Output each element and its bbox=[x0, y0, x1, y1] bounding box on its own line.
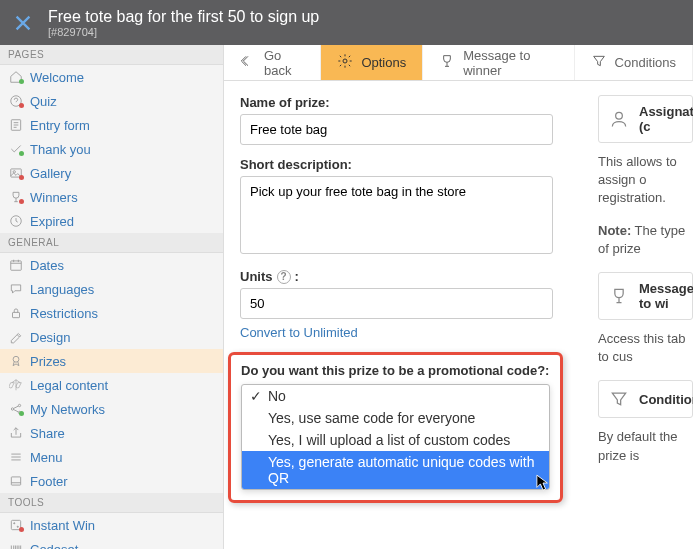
promo-opt-qr[interactable]: Yes, generate automatic unique codes wit… bbox=[242, 451, 549, 489]
network-icon bbox=[8, 401, 24, 417]
page-title: Free tote bag for the first 50 to sign u… bbox=[48, 8, 319, 26]
svg-point-17 bbox=[343, 59, 347, 63]
nav-winners[interactable]: Winners bbox=[0, 185, 223, 209]
share-icon bbox=[8, 425, 24, 441]
msg-text: Access this tab to cus bbox=[598, 330, 693, 366]
help-icon[interactable]: ? bbox=[277, 270, 291, 284]
svg-point-13 bbox=[14, 523, 15, 524]
expired-icon bbox=[8, 213, 24, 229]
footer-icon bbox=[8, 473, 24, 489]
trophy-icon bbox=[439, 53, 455, 72]
svg-point-14 bbox=[17, 526, 18, 527]
note-text: Note: The type of prize bbox=[598, 222, 693, 258]
home-icon bbox=[8, 69, 24, 85]
nav-expired[interactable]: Expired bbox=[0, 209, 223, 233]
nav-dates[interactable]: Dates bbox=[0, 253, 223, 277]
nav-thankyou[interactable]: Thank you bbox=[0, 137, 223, 161]
filter-icon bbox=[591, 53, 607, 72]
barcode-icon bbox=[8, 541, 24, 549]
promo-opt-no[interactable]: No bbox=[242, 385, 549, 407]
section-tools: TOOLS bbox=[0, 493, 223, 513]
units-label: Units?: bbox=[240, 269, 568, 284]
assign-box[interactable]: Assignation (c bbox=[598, 95, 693, 143]
nav-gallery[interactable]: Gallery bbox=[0, 161, 223, 185]
nav-instantwin[interactable]: Instant Win bbox=[0, 513, 223, 537]
tab-back[interactable]: Go back bbox=[224, 45, 321, 80]
gear-icon bbox=[337, 53, 353, 72]
svg-rect-11 bbox=[11, 477, 20, 485]
nav-quiz[interactable]: Quiz bbox=[0, 89, 223, 113]
trophy-icon bbox=[8, 189, 24, 205]
name-label: Name of prize: bbox=[240, 95, 568, 110]
calendar-icon bbox=[8, 257, 24, 273]
svg-point-9 bbox=[18, 404, 20, 406]
page-id: [#829704] bbox=[48, 26, 319, 38]
nav-menu[interactable]: Menu bbox=[0, 445, 223, 469]
cond-box[interactable]: Conditions bbox=[598, 380, 693, 418]
section-general: GENERAL bbox=[0, 233, 223, 253]
promo-opt-upload[interactable]: Yes, I will upload a list of custom code… bbox=[242, 429, 549, 451]
promo-dropdown[interactable]: No Yes, use same code for everyone Yes, … bbox=[241, 384, 550, 490]
user-icon bbox=[609, 109, 629, 129]
lock-icon bbox=[8, 305, 24, 321]
nav-languages[interactable]: Languages bbox=[0, 277, 223, 301]
trophy-icon bbox=[609, 286, 629, 306]
nav-welcome[interactable]: Welcome bbox=[0, 65, 223, 89]
prize-icon bbox=[8, 353, 24, 369]
menu-icon bbox=[8, 449, 24, 465]
nav-networks[interactable]: My Networks bbox=[0, 397, 223, 421]
design-icon bbox=[8, 329, 24, 345]
filter-icon bbox=[609, 389, 629, 409]
desc-input[interactable] bbox=[240, 176, 553, 254]
nav-codeset[interactable]: Codeset bbox=[0, 537, 223, 549]
svg-point-8 bbox=[11, 408, 13, 410]
name-input[interactable] bbox=[240, 114, 553, 145]
nav-footer[interactable]: Footer bbox=[0, 469, 223, 493]
form-icon bbox=[8, 117, 24, 133]
chat-icon bbox=[8, 281, 24, 297]
nav-restrictions[interactable]: Restrictions bbox=[0, 301, 223, 325]
desc-label: Short description: bbox=[240, 157, 568, 172]
gallery-icon bbox=[8, 165, 24, 181]
nav-legal[interactable]: Legal content bbox=[0, 373, 223, 397]
units-input[interactable] bbox=[240, 288, 553, 319]
section-pages: PAGES bbox=[0, 45, 223, 65]
promo-label: Do you want this prize to be a promotion… bbox=[241, 363, 550, 378]
nav-share[interactable]: Share bbox=[0, 421, 223, 445]
svg-rect-5 bbox=[11, 261, 22, 270]
cursor-icon bbox=[536, 474, 550, 492]
svg-point-18 bbox=[616, 112, 623, 119]
close-button[interactable] bbox=[8, 8, 38, 38]
back-icon bbox=[240, 53, 256, 72]
nav-prizes[interactable]: Prizes bbox=[0, 349, 223, 373]
thanks-icon bbox=[8, 141, 24, 157]
quiz-icon bbox=[8, 93, 24, 109]
promo-highlight: Do you want this prize to be a promotion… bbox=[228, 352, 563, 503]
nav-entry[interactable]: Entry form bbox=[0, 113, 223, 137]
convert-link[interactable]: Convert to Unlimited bbox=[240, 325, 568, 340]
msg-box[interactable]: Message to wi bbox=[598, 272, 693, 320]
legal-icon bbox=[8, 377, 24, 393]
cond-text: By default the prize is bbox=[598, 428, 693, 464]
tab-conditions[interactable]: Conditions bbox=[575, 45, 693, 80]
tabs: Go back Options Message to winner Condit… bbox=[224, 45, 693, 81]
svg-rect-6 bbox=[13, 312, 20, 317]
assign-text: This allows to assign oregistration. bbox=[598, 153, 693, 208]
promo-opt-same[interactable]: Yes, use same code for everyone bbox=[242, 407, 549, 429]
svg-point-7 bbox=[13, 356, 19, 362]
tab-options[interactable]: Options bbox=[321, 45, 423, 80]
right-panel: Assignation (c This allows to assign ore… bbox=[584, 81, 693, 549]
nav-design[interactable]: Design bbox=[0, 325, 223, 349]
tab-winner[interactable]: Message to winner bbox=[423, 45, 574, 80]
sidebar: PAGES Welcome Quiz Entry form Thank you … bbox=[0, 45, 224, 549]
dice-icon bbox=[8, 517, 24, 533]
